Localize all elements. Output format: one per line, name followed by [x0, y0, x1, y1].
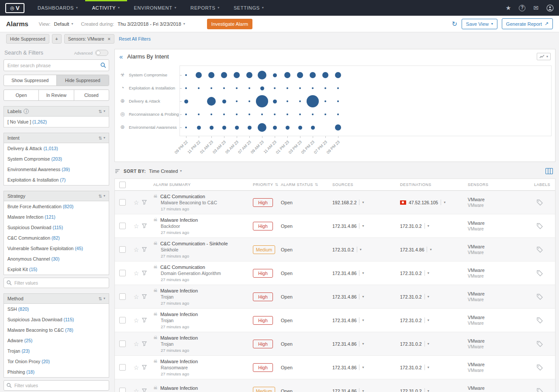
chart-bubble[interactable] — [298, 126, 302, 130]
source-dropdown-icon[interactable]: ▾ — [362, 224, 364, 228]
filter-funnel-icon[interactable] — [142, 271, 153, 275]
column-header-priority[interactable]: PRIORITY⇅ — [253, 182, 281, 187]
search-icon[interactable] — [100, 62, 106, 68]
column-header-alarm-status[interactable]: ALARM STATUS⇅ — [281, 182, 332, 187]
status-button-open[interactable]: Open — [4, 90, 39, 100]
row-checkbox[interactable] — [119, 293, 126, 300]
filter-funnel-icon[interactable] — [142, 224, 153, 228]
destination-dropdown-icon[interactable]: ▾ — [428, 342, 429, 346]
favorite-star-icon[interactable]: ☆ — [131, 340, 142, 347]
nav-item-reports[interactable]: REPORTS▾ — [183, 0, 227, 16]
filter-item-adware[interactable]: Adware(25) — [4, 335, 109, 346]
chart-bubble[interactable] — [185, 74, 187, 76]
chart-bubble[interactable] — [299, 87, 301, 89]
status-button-closed[interactable]: Closed — [74, 90, 109, 100]
generate-report-button[interactable]: Generate Report↗ — [502, 18, 553, 29]
chart-bubble[interactable] — [185, 87, 187, 89]
chart-bubble[interactable] — [256, 95, 268, 107]
profile-icon[interactable] — [546, 4, 554, 12]
filter-funnel-icon[interactable] — [142, 247, 153, 252]
filter-item-vulnerable-software-exploitation[interactable]: Vulnerable Software Exploitation(45) — [4, 243, 109, 254]
destination-dropdown-icon[interactable]: ▾ — [428, 271, 429, 275]
favorite-star-icon[interactable]: ☆ — [131, 364, 142, 371]
filter-item-exploit-kit[interactable]: Exploit Kit(15) — [4, 264, 109, 275]
filter-item-environmental-awareness[interactable]: Environmental Awareness(39) — [4, 164, 109, 175]
filter-item-system-compromise[interactable]: System Compromise(203) — [4, 154, 109, 164]
advanced-toggle[interactable] — [95, 50, 108, 56]
sort-by-dropdown[interactable]: Time Created▾ — [149, 168, 182, 174]
chart-bubble[interactable] — [307, 95, 319, 107]
chart-bubble[interactable] — [248, 87, 250, 89]
chart-bubble[interactable] — [324, 87, 326, 89]
label-tag-icon[interactable] — [534, 294, 555, 300]
chart-bubble[interactable] — [322, 72, 328, 78]
chart-bubble[interactable] — [236, 87, 238, 89]
chart-options-button[interactable]: ▾ — [537, 53, 551, 60]
favorite-star-icon[interactable]: ☆ — [131, 317, 142, 324]
filter-item-malware-beaconing-to-c-c[interactable]: Malware Beaconing to C&C(78) — [4, 325, 109, 335]
favorite-star-icon[interactable]: ☆ — [131, 388, 142, 392]
source-dropdown-icon[interactable]: ▾ — [362, 389, 364, 392]
section-sort-dropdown[interactable]: ⇅▾ — [99, 136, 105, 141]
status-button-in-review[interactable]: In Review — [39, 90, 74, 100]
destination-dropdown-icon[interactable]: ▾ — [428, 318, 429, 322]
chart-bubble[interactable] — [198, 87, 200, 89]
chart-bubble[interactable] — [248, 113, 250, 115]
chart-bubble[interactable] — [207, 97, 216, 106]
chart-bubble[interactable] — [274, 87, 276, 89]
filter-item-brute-force-authentication[interactable]: Brute Force Authentication(820) — [4, 201, 109, 212]
chart-bubble[interactable] — [337, 100, 339, 102]
filter-funnel-icon[interactable] — [142, 294, 153, 299]
filter-item-anonymous-channel[interactable]: Anonymous Channel(30) — [4, 254, 109, 264]
chart-bubble[interactable] — [324, 100, 326, 102]
chart-bubble[interactable] — [258, 123, 266, 132]
chart-bubble[interactable] — [210, 113, 212, 115]
filter-item-trojan[interactable]: Trojan(23) — [4, 346, 109, 356]
nav-item-environment[interactable]: ENVIRONMENT▾ — [127, 0, 184, 16]
chart-bubble[interactable] — [286, 100, 288, 102]
filter-values-input[interactable] — [3, 278, 109, 288]
chart-bubble[interactable] — [197, 126, 201, 130]
filter-button-show-suppressed[interactable]: Show Suppressed — [4, 75, 57, 86]
filter-values-input[interactable] — [3, 380, 109, 391]
mail-icon[interactable]: ✉ — [533, 5, 538, 11]
filter-item-c-c-communication[interactable]: C&C Communication(82) — [4, 233, 109, 243]
chart-bubble[interactable] — [335, 124, 341, 131]
source-dropdown-icon[interactable]: ▾ — [362, 200, 364, 204]
filter-item-tor-onion-proxy[interactable]: Tor Onion Proxy(20) — [4, 356, 109, 367]
destination-dropdown-icon[interactable]: ▾ — [428, 365, 429, 369]
chart-bubble[interactable] — [273, 100, 277, 103]
chart-bubble[interactable] — [210, 87, 212, 89]
label-tag-icon[interactable] — [534, 223, 555, 229]
nav-item-dashboards[interactable]: DASHBOARDS▾ — [31, 0, 85, 16]
brand-logo[interactable]: ◎ V — [5, 3, 24, 13]
view-dropdown[interactable]: Default▾ — [54, 21, 73, 27]
chart-bubble[interactable] — [210, 126, 214, 130]
favorite-star-icon[interactable]: ☆ — [131, 223, 142, 230]
row-checkbox[interactable] — [119, 270, 126, 276]
chart-bubble[interactable] — [185, 127, 187, 128]
chart-bubble[interactable] — [286, 126, 290, 130]
favorite-star-icon[interactable]: ☆ — [131, 199, 142, 206]
date-range-dropdown[interactable]: Thu 3/22/2018 - Fri 3/23/2018▾ — [117, 21, 185, 27]
chart-bubble[interactable] — [286, 113, 288, 115]
filter-chip-sensors-vmware[interactable]: Sensors: VMware× — [64, 34, 114, 44]
chart-bubble[interactable] — [235, 126, 239, 130]
chart-bubble[interactable] — [312, 113, 314, 115]
chart-bubble[interactable] — [286, 87, 288, 89]
source-dropdown-icon[interactable]: ▾ — [362, 318, 364, 322]
label-tag-icon[interactable] — [534, 199, 555, 206]
help-icon[interactable]: ? — [519, 5, 525, 11]
chart-bubble[interactable] — [335, 72, 341, 78]
select-all-checkbox[interactable] — [119, 182, 126, 188]
refresh-icon[interactable]: ↻ — [452, 20, 457, 28]
label-tag-icon[interactable] — [534, 364, 555, 371]
label-tag-icon[interactable] — [534, 317, 555, 323]
section-sort-dropdown[interactable]: ⇅▾ — [99, 296, 105, 301]
search-input[interactable] — [3, 59, 109, 71]
chart-bubble[interactable] — [258, 71, 266, 79]
filter-item-suspicious-java-download[interactable]: Suspicious Java Download(115) — [4, 314, 109, 325]
chart-bubble[interactable] — [273, 73, 277, 77]
chart-bubble[interactable] — [234, 72, 240, 78]
source-dropdown-icon[interactable]: ▾ — [362, 295, 364, 299]
